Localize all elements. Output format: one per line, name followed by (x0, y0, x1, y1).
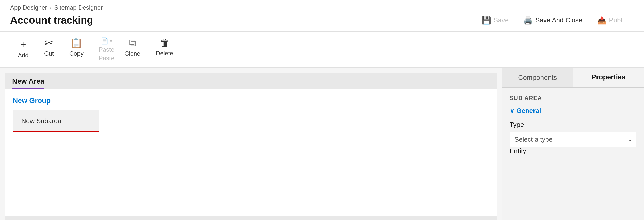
area-box: New Area New Group New Subarea (5, 73, 497, 220)
panel-group-expand[interactable]: ∨ General (510, 107, 636, 115)
entity-field-label: Entity (510, 147, 636, 155)
cut-icon: ✂ (45, 37, 53, 49)
tab-properties[interactable]: Properties (573, 68, 644, 87)
page-title: Account tracking (10, 14, 93, 26)
subarea-box[interactable]: New Subarea (13, 110, 99, 132)
canvas: New Area New Group New Subarea (0, 68, 502, 220)
save-icon: 💾 (482, 16, 491, 25)
paste-button[interactable]: 📄 ▾ Paste Paste (91, 34, 117, 65)
copy-button[interactable]: 📋 Copy (62, 34, 91, 60)
header-bottom: Account tracking 💾 Save 🖨️ Save And Clos… (10, 13, 634, 31)
delete-button[interactable]: 🗑 Delete (148, 34, 181, 60)
chevron-down-icon: ∨ (510, 107, 514, 115)
right-panel: Components Properties SUB AREA ∨ General… (502, 68, 644, 220)
breadcrumb-app-designer[interactable]: App Designer (10, 4, 47, 11)
tab-components[interactable]: Components (502, 68, 573, 87)
subarea-label: New Subarea (21, 117, 61, 125)
panel-section-title: SUB AREA (510, 95, 636, 102)
panel-body: SUB AREA ∨ General Type Select a type En… (502, 88, 644, 220)
type-field-label: Type (510, 121, 636, 129)
paste-dropdown-arrow: ▾ (109, 38, 112, 44)
publish-button[interactable]: 📤 Publ... (591, 13, 634, 28)
publish-icon: 📤 (597, 16, 606, 25)
paste-icon: 📄 (101, 37, 108, 45)
breadcrumb-separator: › (50, 4, 52, 11)
clone-button[interactable]: ⧉ Clone (117, 34, 148, 60)
header-actions: 💾 Save 🖨️ Save And Close 📤 Publ... (476, 13, 634, 28)
save-button[interactable]: 💾 Save (476, 13, 515, 28)
save-and-close-button[interactable]: 🖨️ Save And Close (517, 13, 588, 28)
main-content: New Area New Group New Subarea Component… (0, 68, 644, 220)
type-select[interactable]: Select a type Entity URL Web Resource (510, 132, 636, 147)
type-select-wrapper: Select a type Entity URL Web Resource ⌄ (510, 132, 636, 147)
panel-tabs: Components Properties (502, 68, 644, 88)
area-content: New Group New Subarea (5, 89, 497, 216)
delete-icon: 🗑 (160, 37, 169, 48)
clone-icon: ⧉ (129, 37, 136, 49)
add-button[interactable]: ＋ Add (10, 34, 36, 62)
breadcrumb-sitemap-designer[interactable]: Sitemap Designer (54, 4, 103, 11)
area-tab[interactable]: New Area (12, 77, 44, 89)
header: App Designer › Sitemap Designer Account … (0, 0, 644, 32)
area-header: New Area (5, 73, 497, 89)
panel-group-label-text: General (516, 107, 541, 115)
group-label[interactable]: New Group (13, 97, 489, 105)
breadcrumb: App Designer › Sitemap Designer (10, 4, 634, 11)
save-and-close-icon: 🖨️ (523, 16, 533, 25)
add-icon: ＋ (18, 37, 28, 50)
cut-button[interactable]: ✂ Cut (36, 34, 62, 60)
toolbar: ＋ Add ✂ Cut 📋 Copy 📄 ▾ Paste Paste ⧉ Clo… (0, 32, 644, 68)
copy-icon: 📋 (70, 37, 82, 49)
